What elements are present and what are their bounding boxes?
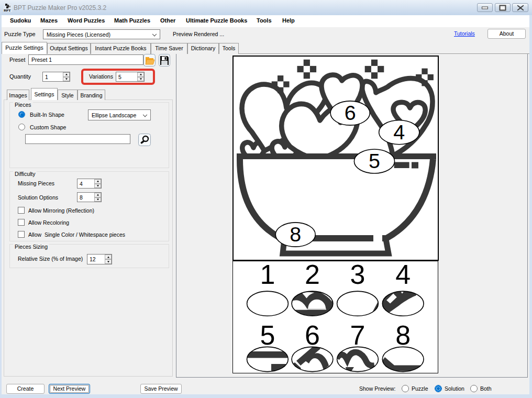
svg-text:3: 3 bbox=[350, 261, 365, 290]
svg-text:5: 5 bbox=[260, 320, 275, 350]
svg-text:8: 8 bbox=[290, 223, 301, 246]
svg-text:6: 6 bbox=[305, 320, 320, 350]
svg-text:5: 5 bbox=[369, 149, 380, 172]
svg-text:7: 7 bbox=[350, 320, 365, 350]
svg-text:6: 6 bbox=[345, 101, 356, 124]
svg-text:8: 8 bbox=[395, 320, 411, 350]
svg-text:1: 1 bbox=[260, 261, 275, 290]
svg-text:4: 4 bbox=[395, 261, 411, 290]
svg-text:BPT: BPT bbox=[4, 8, 11, 12]
svg-text:2: 2 bbox=[305, 261, 320, 290]
svg-text:4: 4 bbox=[393, 120, 405, 143]
